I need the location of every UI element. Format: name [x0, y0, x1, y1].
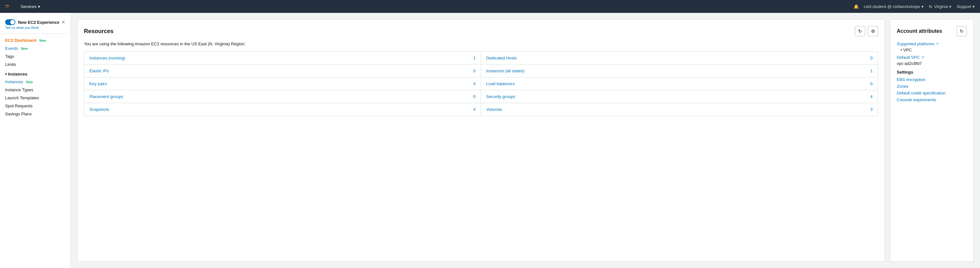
resource-item: Load balancers 0: [481, 78, 878, 90]
main-content: Resources ↻ ⚙ You are using the followin…: [71, 13, 980, 268]
resource-count: 1: [870, 68, 873, 73]
settings-icon: ⚙: [871, 29, 875, 34]
resource-item: Key pairs 4: [84, 78, 481, 90]
resource-count: 1: [473, 56, 476, 60]
notifications-button[interactable]: 🔔: [854, 4, 859, 9]
tags-label: Tags: [5, 54, 14, 59]
settings-section-label: Settings: [897, 70, 967, 75]
toggle-text: New EC2 Experience: [18, 20, 59, 25]
account-attributes-title: Account attributes: [897, 28, 942, 34]
sidebar: New EC2 Experience ✕ Tell us what you th…: [0, 13, 71, 268]
services-menu-button[interactable]: Services ▾: [21, 4, 40, 9]
account-attributes-header: Account attributes ↻: [897, 26, 967, 36]
sidebar-item-launch-templates[interactable]: Launch Templates: [0, 94, 70, 102]
support-chevron-icon: ▾: [973, 4, 975, 9]
services-label: Services: [21, 4, 37, 9]
resource-label[interactable]: Elastic IPs: [89, 68, 109, 73]
account-attributes-panel: Account attributes ↻ Supported platforms…: [890, 19, 974, 262]
user-menu-button[interactable]: cshl.student @ cshlworkshops ▾: [864, 4, 924, 9]
settings-link[interactable]: Zones: [897, 84, 967, 89]
resource-count: 3: [870, 107, 873, 112]
savings-plans-label: Savings Plans: [5, 111, 32, 116]
resources-panel: Resources ↻ ⚙ You are using the followin…: [77, 19, 885, 262]
toggle-feedback-link[interactable]: Tell us what you think: [5, 26, 65, 30]
resource-count: 0: [870, 81, 873, 86]
sidebar-item-tags[interactable]: Tags: [0, 52, 70, 60]
toggle-row: New EC2 Experience ✕: [5, 19, 65, 25]
user-chevron-icon: ▾: [921, 4, 924, 9]
region-menu-button[interactable]: N. Virginia ▾: [929, 4, 952, 9]
resource-item: Placement groups 0: [84, 90, 481, 103]
default-vpc-external-icon: ↗: [921, 55, 924, 59]
top-navigation: aws Services ▾ 🔔 cshl.student @ cshlwork…: [0, 0, 980, 13]
resource-count: 4: [870, 94, 873, 99]
resource-label[interactable]: Volumes: [486, 107, 502, 112]
sidebar-item-instances[interactable]: Instances New: [0, 78, 70, 86]
resource-label[interactable]: Placement groups: [89, 94, 123, 99]
settings-link[interactable]: EBS encryption: [897, 77, 967, 82]
launch-templates-label: Launch Templates: [5, 95, 39, 100]
settings-link[interactable]: Console experiments: [897, 97, 967, 102]
resources-settings-button[interactable]: ⚙: [868, 26, 878, 36]
resource-label[interactable]: Instances (running): [89, 56, 125, 60]
resources-panel-actions: ↻ ⚙: [855, 26, 878, 36]
resource-item: Security groups 4: [481, 90, 878, 103]
sidebar-item-savings-plans[interactable]: Savings Plans: [0, 110, 70, 118]
resource-item: Instances (running) 1: [84, 52, 481, 65]
bell-icon: 🔔: [854, 4, 859, 9]
resource-item: Snapshots 4: [84, 103, 481, 116]
default-vpc-label: Default VPC: [897, 55, 920, 60]
instances-chevron-icon: ▾: [5, 72, 7, 76]
region-chevron-icon: ▾: [949, 4, 951, 9]
main-layout: New EC2 Experience ✕ Tell us what you th…: [0, 13, 980, 268]
account-refresh-button[interactable]: ↻: [956, 26, 967, 36]
new-experience-toggle[interactable]: [5, 19, 16, 25]
resource-count: 4: [473, 107, 476, 112]
resources-grid: Instances (running) 1 Dedicated Hosts 0 …: [84, 51, 878, 116]
resource-label[interactable]: Security groups: [486, 94, 515, 99]
new-experience-toggle-bar: New EC2 Experience ✕ Tell us what you th…: [0, 17, 70, 34]
resources-title: Resources: [84, 28, 113, 35]
resource-item: Dedicated Hosts 0: [481, 52, 878, 65]
aws-logo-svg: aws: [5, 3, 16, 10]
resources-refresh-button[interactable]: ↻: [855, 26, 865, 36]
supported-platforms-link[interactable]: Supported platforms ↗: [897, 41, 967, 46]
settings-link[interactable]: Default credit specification: [897, 90, 967, 95]
resource-label[interactable]: Instances (all states): [486, 68, 524, 73]
sidebar-item-limits[interactable]: Limits: [0, 60, 70, 68]
settings-links-container: EBS encryptionZonesDefault credit specif…: [897, 77, 967, 102]
resource-label[interactable]: Snapshots: [89, 107, 109, 112]
resource-count: 0: [473, 68, 476, 73]
svg-text:aws: aws: [5, 4, 10, 6]
resource-label[interactable]: Load balancers: [486, 81, 515, 86]
sidebar-item-events[interactable]: Events New: [0, 44, 70, 52]
user-label: cshl.student @ cshlworkshops: [864, 4, 920, 9]
resource-item: Volumes 3: [481, 103, 878, 116]
close-toggle-button[interactable]: ✕: [61, 20, 65, 25]
resource-item: Elastic IPs 0: [84, 65, 481, 78]
support-menu-button[interactable]: Support ▾: [956, 4, 975, 9]
account-refresh-icon: ↻: [960, 29, 964, 34]
resources-description: You are using the following Amazon EC2 r…: [84, 41, 878, 46]
resource-count: 4: [473, 81, 476, 86]
external-link-icon: ↗: [935, 42, 939, 46]
ec2-dashboard-badge: New: [39, 39, 46, 43]
region-label: N. Virginia: [929, 4, 948, 9]
default-vpc-link[interactable]: Default VPC ↗: [897, 55, 967, 60]
services-chevron-icon: ▾: [38, 4, 40, 9]
resource-label[interactable]: Key pairs: [89, 81, 107, 86]
sidebar-item-spot-requests[interactable]: Spot Requests: [0, 102, 70, 110]
limits-label: Limits: [5, 62, 16, 67]
sidebar-item-instance-types[interactable]: Instance Types: [0, 86, 70, 94]
toggle-label-group: New EC2 Experience: [5, 19, 59, 25]
instances-label: Instances: [5, 79, 23, 84]
events-badge: New: [21, 47, 28, 51]
spot-requests-label: Spot Requests: [5, 103, 32, 108]
resource-label[interactable]: Dedicated Hosts: [486, 56, 517, 60]
instances-section-header[interactable]: ▾ Instances: [0, 68, 70, 78]
vpc-list-item: VPC: [897, 48, 967, 52]
aws-logo: aws: [5, 3, 16, 10]
sidebar-item-ec2-dashboard[interactable]: EC2 Dashboard New: [0, 36, 70, 44]
default-vpc-value: vpc-ad2c8fd7: [897, 61, 967, 66]
instances-badge: New: [26, 80, 33, 84]
